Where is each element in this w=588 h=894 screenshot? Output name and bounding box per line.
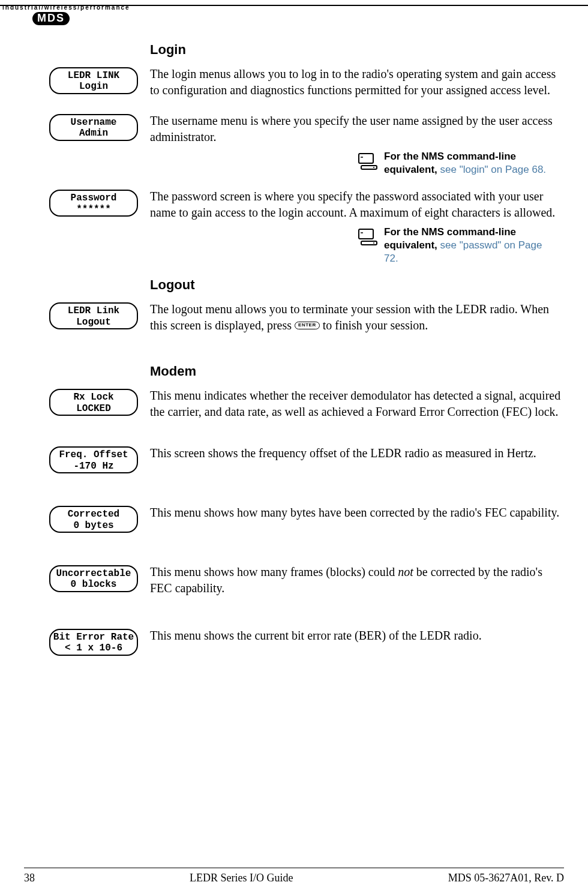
terminal-icon xyxy=(358,152,378,173)
enter-key-icon: ENTER xyxy=(295,322,320,329)
login-row-1: Username Admin The username menu is wher… xyxy=(24,113,564,145)
lcd-line2: -170 Hz xyxy=(53,461,134,472)
ref-box: For the NMS command-line equivalent, see… xyxy=(358,150,550,176)
lcd-line2: 0 bytes xyxy=(53,520,134,531)
header-rule: industrial/wireless/performance xyxy=(0,5,588,6)
page: industrial/wireless/performance MDS Logi… xyxy=(0,0,588,894)
lcd-freq-offset: Freq. Offset -170 Hz xyxy=(49,446,138,473)
login-text-0: The login menus allows you to log in to … xyxy=(150,66,564,98)
terminal-icon xyxy=(358,228,378,248)
modem-text-1: This screen shows the frequency offset o… xyxy=(150,445,564,461)
header-tagline: industrial/wireless/performance xyxy=(2,4,130,11)
lcd-line2: Admin xyxy=(53,128,134,139)
lcd-line1: Corrected xyxy=(53,509,134,520)
ref-box: For the NMS command-line equivalent, see… xyxy=(358,226,550,265)
modem-text-4: This menu shows the current bit error ra… xyxy=(150,628,564,644)
lcd-logout: LEDR Link Logout xyxy=(49,302,138,329)
lcd-line2: Logout xyxy=(53,317,134,328)
lcd-line2: 0 blocks xyxy=(53,579,134,590)
lcd-username: Username Admin xyxy=(49,114,138,141)
footer-center: LEDR Series I/O Guide xyxy=(190,872,293,884)
svg-point-3 xyxy=(373,167,374,168)
footer: 38 LEDR Series I/O Guide MDS 05-3627A01,… xyxy=(0,868,588,884)
modem-text-0: This menu indicates whether the receiver… xyxy=(150,388,564,420)
footer-line: 38 LEDR Series I/O Guide MDS 05-3627A01,… xyxy=(24,868,564,884)
modem-text-3: This menu shows how many frames (blocks)… xyxy=(150,564,564,596)
lcd-line1: LEDR LINK xyxy=(53,70,134,81)
modem-text-3-pre: This menu shows how many frames (blocks)… xyxy=(150,565,398,578)
lcd-line2: ****** xyxy=(53,204,134,215)
logout-text-post: to finish your session. xyxy=(320,319,428,332)
ref-row-passwd: For the NMS command-line equivalent, see… xyxy=(24,226,564,265)
lcd-line1: LEDR Link xyxy=(53,305,134,316)
lcd-line2: Login xyxy=(53,81,134,92)
lcd-ledr-link-login: LEDR LINK Login xyxy=(49,67,138,94)
lcd-corrected: Corrected 0 bytes xyxy=(49,506,138,533)
svg-rect-2 xyxy=(361,166,377,169)
login-row-0: LEDR LINK Login The login menus allows y… xyxy=(24,66,564,98)
lcd-line2: LOCKED xyxy=(53,403,134,414)
lcd-line1: Bit Error Rate xyxy=(53,632,134,643)
ref-tail: . xyxy=(395,253,398,264)
modem-row-2: Corrected 0 bytes This menu shows how ma… xyxy=(24,505,564,533)
lcd-line1: Uncorrectable xyxy=(53,568,134,579)
svg-rect-4 xyxy=(359,229,373,239)
lcd-password: Password ****** xyxy=(49,190,138,217)
lcd-uncorrectable: Uncorrectable 0 blocks xyxy=(49,565,138,592)
section-title-logout: Logout xyxy=(150,277,564,293)
logout-row-0: LEDR Link Logout The logout menu allows … xyxy=(24,301,564,334)
lcd-line1: Freq. Offset xyxy=(53,449,134,460)
lcd-line1: Password xyxy=(53,193,134,203)
lcd-ber: Bit Error Rate < 1 x 10-6 xyxy=(49,629,138,656)
footer-page-number: 38 xyxy=(24,872,35,884)
modem-row-3: Uncorrectable 0 blocks This menu shows h… xyxy=(24,564,564,596)
svg-point-7 xyxy=(373,242,374,244)
ref-link-login[interactable]: see "login" on Page 68 xyxy=(440,164,544,175)
section-title-modem: Modem xyxy=(150,364,564,379)
section-title-login: Login xyxy=(150,42,564,58)
svg-rect-0 xyxy=(359,154,373,163)
modem-text-2: This menu shows how many bytes have been… xyxy=(150,505,564,521)
brand-badge: MDS xyxy=(32,12,70,25)
ref-text: For the NMS command-line equivalent, see… xyxy=(384,226,550,265)
modem-row-4: Bit Error Rate < 1 x 10-6 This menu show… xyxy=(24,628,564,656)
ref-row-login: For the NMS command-line equivalent, see… xyxy=(24,150,564,176)
login-row-2: Password ****** The password screen is w… xyxy=(24,188,564,221)
ref-text: For the NMS command-line equivalent, see… xyxy=(384,150,550,176)
lcd-line2: < 1 x 10-6 xyxy=(53,643,134,653)
logout-text-0: The logout menu allows you to terminate … xyxy=(150,301,564,334)
modem-row-0: Rx Lock LOCKED This menu indicates wheth… xyxy=(24,388,564,420)
lcd-rxlock: Rx Lock LOCKED xyxy=(49,389,138,416)
modem-text-3-italic: not xyxy=(398,565,413,578)
login-text-1: The username menu is where you specify t… xyxy=(150,113,564,145)
login-text-2: The password screen is where you specify… xyxy=(150,188,564,221)
svg-rect-6 xyxy=(361,241,377,245)
lcd-line1: Username xyxy=(53,117,134,128)
content-area: Login LEDR LINK Login The login menus al… xyxy=(24,37,564,659)
ref-tail: . xyxy=(543,164,546,175)
lcd-line1: Rx Lock xyxy=(53,392,134,403)
footer-doc-id: MDS 05-3627A01, Rev. D xyxy=(448,872,564,884)
modem-row-1: Freq. Offset -170 Hz This screen shows t… xyxy=(24,445,564,473)
